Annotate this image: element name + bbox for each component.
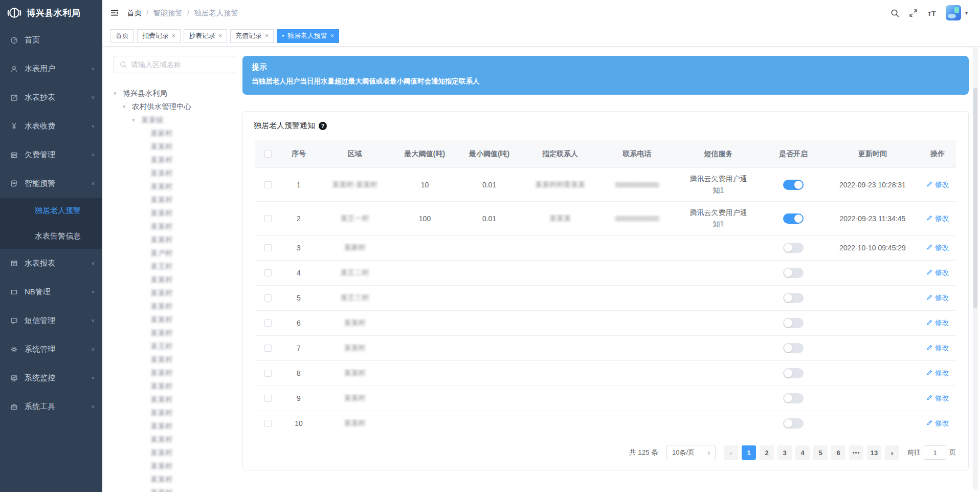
tree-leaf[interactable]: 某某村	[114, 153, 234, 166]
tree-leaf[interactable]: 某某村	[114, 393, 234, 406]
tab-recharge-records[interactable]: 充值记录×	[230, 29, 274, 43]
row-checkbox[interactable]	[264, 420, 272, 427]
font-size-icon[interactable]: тT	[927, 9, 936, 17]
tree-leaf[interactable]: 某某村	[114, 273, 234, 286]
tree-leaf[interactable]: 某家村	[114, 126, 234, 140]
sidebar-item-home[interactable]: 首页	[0, 26, 102, 54]
enable-toggle[interactable]	[783, 268, 804, 278]
edit-button[interactable]: 修改	[926, 180, 949, 189]
tree-leaf[interactable]: 某王村	[114, 339, 234, 353]
tree-leaf[interactable]: 某某村	[114, 220, 234, 233]
tree-leaf[interactable]: 某某村	[114, 180, 234, 193]
region-search-input[interactable]	[131, 60, 228, 69]
submenu-item-elderly-warning[interactable]: 独居老人预警	[0, 198, 102, 223]
help-icon[interactable]: ?	[319, 122, 327, 130]
tree-node[interactable]: ▾博兴县水利局	[114, 87, 234, 100]
breadcrumb-item[interactable]: 智能预警	[153, 8, 183, 18]
edit-button[interactable]: 修改	[926, 214, 949, 223]
select-all-checkbox[interactable]	[264, 151, 272, 158]
page-button-2[interactable]: 2	[760, 445, 774, 460]
sidebar-item-system-monitor[interactable]: 系统监控∨	[0, 363, 102, 392]
page-button-4[interactable]: 4	[795, 445, 810, 460]
enable-toggle[interactable]	[783, 293, 804, 303]
enable-toggle[interactable]	[783, 243, 804, 253]
close-icon[interactable]: ×	[218, 32, 222, 39]
edit-button[interactable]: 修改	[926, 243, 949, 252]
sidebar-item-meter-reports[interactable]: 水表报表∨	[0, 249, 102, 277]
enable-toggle[interactable]	[783, 213, 804, 224]
row-checkbox[interactable]	[264, 244, 272, 251]
row-checkbox[interactable]	[264, 319, 272, 327]
tree-caret-icon[interactable]: ▾	[123, 103, 129, 110]
tree-leaf[interactable]: 某某村	[114, 366, 234, 379]
sidebar-item-nb-manage[interactable]: NB管理∨	[0, 277, 102, 306]
tree-leaf[interactable]: 某某村	[114, 326, 234, 339]
page-button-13[interactable]: 13	[867, 445, 881, 460]
fullscreen-icon[interactable]	[909, 9, 918, 17]
tree-leaf[interactable]: 某某村	[114, 486, 234, 492]
user-menu-caret-icon[interactable]: ▾	[965, 10, 968, 16]
tree-leaf[interactable]: 某某村	[114, 379, 234, 393]
sidebar-item-meter-reading[interactable]: 水表抄表∨	[0, 83, 102, 112]
page-size-select[interactable]: 10条/页∨	[666, 445, 716, 460]
page-scrollbar[interactable]	[973, 47, 978, 490]
jump-page-input[interactable]	[924, 445, 946, 460]
tree-leaf[interactable]: 某某村	[114, 419, 234, 433]
close-icon[interactable]: ×	[172, 32, 175, 39]
sidebar-item-arrears[interactable]: 欠费管理∨	[0, 140, 102, 169]
row-checkbox[interactable]	[264, 269, 272, 276]
tree-leaf[interactable]: 某某村	[114, 166, 234, 180]
tab-deduction-records[interactable]: 扣费记录×	[137, 29, 181, 43]
close-icon[interactable]: ×	[330, 32, 334, 39]
enable-toggle[interactable]	[783, 393, 804, 403]
tree-leaf[interactable]: 某某村	[114, 459, 234, 473]
page-button-1[interactable]: 1	[742, 445, 756, 460]
tab-elderly-warning[interactable]: ●独居老人预警×	[277, 29, 339, 43]
tree-leaf[interactable]: 某某村	[114, 473, 234, 486]
page-button-6[interactable]: 6	[831, 445, 845, 460]
tab-reading-records[interactable]: 抄表记录×	[184, 29, 227, 43]
tree-leaf[interactable]: 某某村	[114, 313, 234, 326]
tree-node[interactable]: ▾农村供水管理中心	[114, 100, 234, 113]
tree-leaf[interactable]: 某某村	[114, 206, 234, 220]
enable-toggle[interactable]	[783, 343, 804, 353]
avatar[interactable]	[946, 5, 961, 20]
tree-leaf[interactable]: 某某村	[114, 140, 234, 153]
enable-toggle[interactable]	[783, 318, 804, 328]
breadcrumb-item[interactable]: 首页	[127, 8, 142, 18]
scrollbar-thumb[interactable]	[973, 88, 977, 308]
prev-page-button[interactable]: ‹	[724, 445, 738, 460]
close-icon[interactable]: ×	[265, 32, 269, 39]
edit-button[interactable]: 修改	[926, 369, 949, 378]
sidebar-item-meter-fees[interactable]: 水表收费∨	[0, 112, 102, 140]
submenu-item-meter-alarm[interactable]: 水表告警信息	[0, 223, 102, 249]
enable-toggle[interactable]	[783, 418, 804, 429]
row-checkbox[interactable]	[264, 181, 272, 188]
tree-leaf[interactable]: 某某村	[114, 446, 234, 459]
tree-leaf[interactable]: 某王村	[114, 260, 234, 273]
row-checkbox[interactable]	[264, 215, 272, 222]
edit-button[interactable]: 修改	[926, 293, 949, 303]
edit-button[interactable]: 修改	[926, 344, 949, 353]
tree-leaf[interactable]: 某某村	[114, 193, 234, 206]
sidebar-item-system-tools[interactable]: 系统工具∨	[0, 392, 102, 421]
enable-toggle[interactable]	[783, 368, 804, 378]
sidebar-item-sms-manage[interactable]: 短信管理∨	[0, 306, 102, 335]
row-checkbox[interactable]	[264, 395, 272, 402]
sidebar-item-meter-users[interactable]: 水表用户∨	[0, 54, 102, 83]
edit-button[interactable]: 修改	[926, 394, 949, 403]
tree-leaf[interactable]: 某某村	[114, 406, 234, 419]
tree-node[interactable]: ▾某某镇	[114, 113, 234, 126]
page-button-5[interactable]: 5	[813, 445, 828, 460]
row-checkbox[interactable]	[264, 294, 272, 302]
row-checkbox[interactable]	[264, 345, 272, 352]
tab-home[interactable]: 首页	[110, 29, 134, 43]
search-icon[interactable]	[890, 9, 899, 17]
tree-leaf[interactable]: 某某村	[114, 286, 234, 300]
tree-leaf[interactable]: 某户村	[114, 246, 234, 260]
enable-toggle[interactable]	[783, 180, 804, 190]
row-checkbox[interactable]	[264, 370, 272, 377]
sidebar-item-smart-warning[interactable]: 智能预警∧	[0, 169, 102, 198]
tree-caret-icon[interactable]: ▾	[114, 90, 120, 97]
page-button-3[interactable]: 3	[777, 445, 792, 460]
